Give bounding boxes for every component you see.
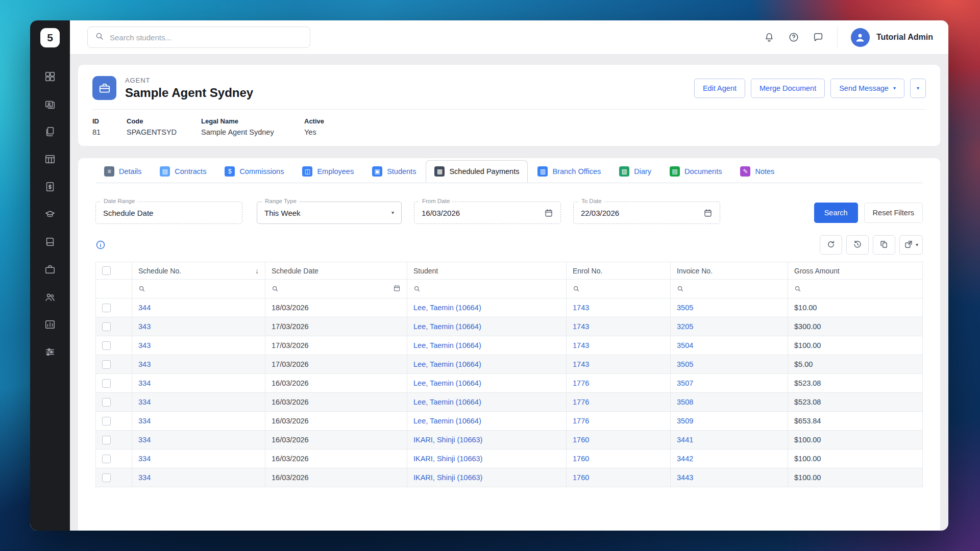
sidebar-item-invoices[interactable] bbox=[40, 178, 60, 195]
filter-gross-amount[interactable] bbox=[788, 280, 923, 298]
column-header-schedule-date[interactable]: Schedule Date bbox=[265, 262, 407, 280]
student-link[interactable]: IKARI, Shinji (10663) bbox=[413, 473, 482, 482]
schedule-no-link[interactable]: 334 bbox=[138, 473, 151, 482]
enrol-no-link[interactable]: 1743 bbox=[573, 360, 589, 368]
column-header-student[interactable]: Student bbox=[407, 262, 567, 280]
column-header-enrol-no[interactable]: Enrol No. bbox=[567, 262, 671, 280]
calendar-icon[interactable] bbox=[703, 208, 713, 217]
schedule-no-link[interactable]: 343 bbox=[138, 341, 151, 349]
enrol-no-link[interactable]: 1760 bbox=[573, 473, 589, 482]
schedule-no-link[interactable]: 334 bbox=[138, 398, 151, 406]
sidebar-item-dashboard[interactable] bbox=[40, 68, 60, 85]
student-link[interactable]: Lee, Taemin (10664) bbox=[413, 341, 481, 349]
select-all-checkbox[interactable] bbox=[102, 266, 111, 275]
sidebar-item-students[interactable] bbox=[40, 206, 60, 222]
row-checkbox[interactable] bbox=[102, 341, 111, 350]
row-checkbox[interactable] bbox=[102, 322, 111, 331]
enrol-no-link[interactable]: 1776 bbox=[573, 417, 589, 425]
student-link[interactable]: Lee, Taemin (10664) bbox=[413, 322, 481, 331]
invoice-no-link[interactable]: 3443 bbox=[677, 473, 693, 482]
schedule-no-link[interactable]: 343 bbox=[138, 360, 151, 368]
chat-icon[interactable] bbox=[813, 32, 824, 43]
row-checkbox[interactable] bbox=[102, 473, 111, 482]
sidebar-item-documents[interactable] bbox=[40, 123, 60, 140]
enrol-no-link[interactable]: 1743 bbox=[573, 304, 589, 312]
filter-schedule-date[interactable] bbox=[265, 280, 407, 298]
tab-commissions[interactable]: $Commissions bbox=[216, 160, 292, 183]
sidebar-item-courses[interactable] bbox=[40, 233, 60, 250]
to-date-field[interactable]: To Date 22/03/2026 bbox=[573, 202, 720, 224]
notifications-bell-icon[interactable] bbox=[764, 32, 775, 43]
sidebar-item-staff[interactable] bbox=[40, 288, 60, 305]
row-checkbox[interactable] bbox=[102, 360, 111, 369]
global-search[interactable] bbox=[87, 27, 310, 48]
enrol-no-link[interactable]: 1760 bbox=[573, 455, 589, 463]
invoice-no-link[interactable]: 3508 bbox=[677, 398, 693, 406]
enrol-no-link[interactable]: 1776 bbox=[573, 398, 589, 406]
column-header-invoice-no[interactable]: Invoice No. bbox=[671, 262, 788, 280]
row-checkbox[interactable] bbox=[102, 455, 111, 463]
student-link[interactable]: IKARI, Shinji (10663) bbox=[413, 436, 482, 444]
sidebar-item-contacts[interactable] bbox=[40, 95, 60, 112]
reset-filters-button[interactable]: Reset Filters bbox=[864, 203, 923, 223]
student-link[interactable]: Lee, Taemin (10664) bbox=[413, 360, 481, 368]
student-link[interactable]: Lee, Taemin (10664) bbox=[413, 304, 481, 312]
invoice-no-link[interactable]: 3509 bbox=[677, 417, 693, 425]
schedule-no-link[interactable]: 334 bbox=[138, 417, 151, 425]
range-type-select[interactable]: Range Type This Week ▾ bbox=[257, 202, 402, 224]
row-checkbox[interactable] bbox=[102, 398, 111, 407]
row-checkbox[interactable] bbox=[102, 417, 111, 425]
sidebar-item-reports[interactable] bbox=[40, 316, 60, 333]
row-checkbox[interactable] bbox=[102, 379, 111, 388]
tab-branch-offices[interactable]: ▥Branch Offices bbox=[529, 160, 609, 183]
merge-document-button[interactable]: Merge Document bbox=[751, 79, 825, 98]
tab-documents[interactable]: ▤Documents bbox=[661, 160, 730, 183]
schedule-no-link[interactable]: 334 bbox=[138, 379, 151, 387]
enrol-no-link[interactable]: 1776 bbox=[573, 379, 589, 387]
search-input[interactable] bbox=[110, 33, 303, 42]
more-actions-button[interactable]: ▾ bbox=[910, 79, 926, 98]
invoice-no-link[interactable]: 3442 bbox=[677, 455, 693, 463]
student-link[interactable]: IKARI, Shinji (10663) bbox=[413, 455, 482, 463]
column-header-schedule-no[interactable]: Schedule No.↓ bbox=[132, 262, 265, 280]
send-message-button[interactable]: Send Message▾ bbox=[830, 79, 904, 98]
copy-button[interactable] bbox=[873, 235, 895, 255]
tab-diary[interactable]: ▧Diary bbox=[610, 160, 660, 183]
invoice-no-link[interactable]: 3441 bbox=[677, 436, 693, 444]
filter-student[interactable] bbox=[407, 280, 567, 298]
search-button[interactable]: Search bbox=[814, 203, 858, 223]
from-date-field[interactable]: From Date 16/03/2026 bbox=[414, 202, 561, 224]
calendar-icon[interactable] bbox=[544, 208, 553, 217]
student-link[interactable]: Lee, Taemin (10664) bbox=[413, 398, 481, 406]
edit-agent-button[interactable]: Edit Agent bbox=[694, 79, 745, 98]
enrol-no-link[interactable]: 1743 bbox=[573, 322, 589, 331]
app-logo[interactable]: 5 bbox=[30, 20, 70, 55]
row-checkbox[interactable] bbox=[102, 304, 111, 312]
help-icon[interactable] bbox=[788, 32, 799, 43]
enrol-no-link[interactable]: 1743 bbox=[573, 341, 589, 349]
date-range-field[interactable]: Date Range Schedule Date bbox=[95, 202, 242, 224]
sidebar-item-tables[interactable] bbox=[40, 151, 60, 167]
invoice-no-link[interactable]: 3504 bbox=[677, 341, 693, 349]
tab-scheduled-payments[interactable]: ▦Scheduled Payments bbox=[426, 160, 528, 183]
schedule-no-link[interactable]: 334 bbox=[138, 436, 151, 444]
schedule-no-link[interactable]: 334 bbox=[138, 455, 151, 463]
invoice-no-link[interactable]: 3205 bbox=[677, 322, 693, 331]
sidebar-item-agents[interactable] bbox=[40, 261, 60, 278]
user-menu[interactable]: Tutorial Admin bbox=[851, 28, 933, 47]
invoice-no-link[interactable]: 3507 bbox=[677, 379, 693, 387]
invoice-no-link[interactable]: 3505 bbox=[677, 304, 693, 312]
enrol-no-link[interactable]: 1760 bbox=[573, 436, 589, 444]
filter-schedule-no[interactable] bbox=[132, 280, 265, 298]
history-button[interactable] bbox=[846, 235, 869, 255]
column-header-gross-amount[interactable]: Gross Amount bbox=[788, 262, 923, 280]
student-link[interactable]: Lee, Taemin (10664) bbox=[413, 417, 481, 425]
refresh-button[interactable] bbox=[820, 235, 842, 255]
calendar-icon[interactable] bbox=[393, 284, 401, 294]
tab-employees[interactable]: ◫Employees bbox=[293, 160, 362, 183]
invoice-no-link[interactable]: 3505 bbox=[677, 360, 693, 368]
student-link[interactable]: Lee, Taemin (10664) bbox=[413, 379, 481, 387]
filter-enrol-no[interactable] bbox=[567, 280, 671, 298]
tab-contracts[interactable]: ▤Contracts bbox=[151, 160, 215, 183]
row-checkbox[interactable] bbox=[102, 436, 111, 444]
